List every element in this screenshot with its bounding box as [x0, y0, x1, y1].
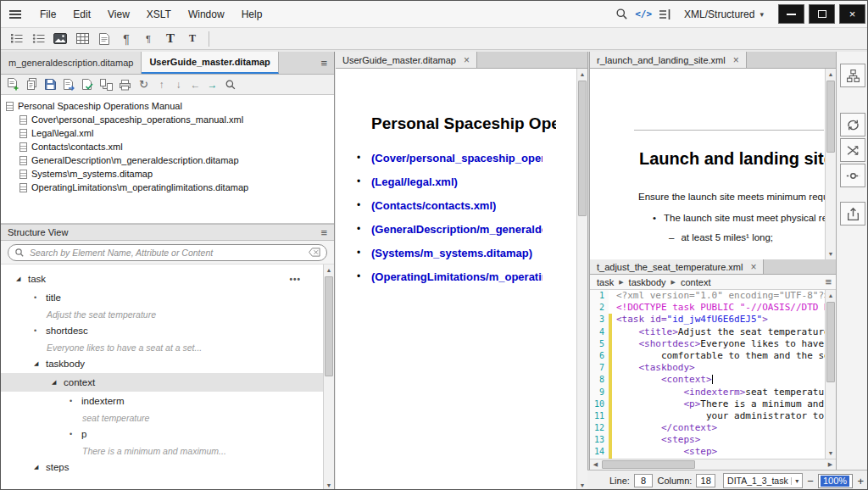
refresh-icon[interactable]: ↻ — [136, 76, 152, 92]
tab-adjust-seat-temperature[interactable]: t_adjust_the_seat_temperature.xml × — [590, 259, 764, 274]
topic-document[interactable]: Launch and landing site Ensure the launc… — [590, 69, 836, 259]
menu-window[interactable]: Window — [180, 1, 233, 27]
topicref-link[interactable]: (Legal/legal.xml) — [371, 175, 458, 188]
topicref-link[interactable]: (Contacts/contacts.xml) — [371, 199, 496, 212]
scrollbar-thumb[interactable] — [826, 302, 835, 382]
code-line[interactable]: 5 <shortdesc>Everyone likes to have a se… — [590, 338, 825, 350]
minimize-button[interactable] — [778, 4, 804, 24]
structure-element-node[interactable]: •p — [1, 425, 323, 443]
clear-search-icon[interactable] — [309, 248, 320, 257]
export-topic-icon[interactable] — [61, 76, 77, 92]
scrollbar-thumb[interactable] — [602, 460, 695, 469]
tab-userguide-master[interactable]: UserGuide_master.ditamap — [142, 52, 278, 74]
find-in-map-icon[interactable] — [222, 76, 238, 92]
node-menu-icon[interactable]: ••• — [289, 275, 301, 284]
hamburger-menu-icon[interactable] — [9, 14, 21, 15]
map-tree-item[interactable]: GeneralDescription\m_generaldescription.… — [1, 153, 334, 167]
zoom-in-button[interactable]: + — [857, 475, 864, 487]
copy-topic-icon[interactable] — [24, 76, 40, 92]
insert-table-icon[interactable] — [72, 30, 92, 48]
character-format-icon[interactable]: T — [182, 30, 203, 48]
close-button[interactable]: × — [839, 4, 865, 24]
code-line[interactable]: 14 <step> — [590, 446, 825, 458]
structure-element-node[interactable]: •title — [1, 288, 323, 307]
panel-menu-icon[interactable]: ≡ — [314, 52, 334, 74]
panel-layout-icon[interactable] — [655, 4, 676, 25]
validate-icon[interactable] — [80, 76, 96, 92]
workspace-selector[interactable]: XML/Structured ▾ — [676, 8, 774, 20]
scrollbar-thumb[interactable] — [578, 81, 587, 216]
numbered-list-icon[interactable] — [6, 30, 26, 48]
code-line[interactable]: 12 </context> — [590, 422, 825, 434]
sync-views-button[interactable] — [840, 113, 865, 136]
source-editor[interactable]: 1<?xml version="1.0" encoding="UTF-8"?>2… — [590, 290, 836, 459]
code-line[interactable]: 6 comfortable to them and the seat tempe… — [590, 350, 825, 362]
maximize-button[interactable] — [809, 4, 835, 24]
map-editor-scrollbar[interactable]: ▲ ▼ — [576, 69, 587, 490]
scroll-down-icon[interactable]: ▼ — [826, 248, 836, 259]
search-icon[interactable] — [611, 4, 632, 25]
structure-search-input[interactable]: Search by Element Name, Attribute or Con… — [8, 244, 327, 261]
line-number-input[interactable]: 8 — [634, 474, 654, 487]
structure-element-node[interactable]: •indexterm — [1, 392, 323, 410]
insert-image-icon[interactable] — [50, 30, 70, 48]
column-number-input[interactable]: 18 — [696, 474, 715, 487]
code-line[interactable]: 1<?xml version="1.0" encoding="UTF-8"?> — [590, 290, 825, 302]
topicref-link[interactable]: (Systems/m_systems.ditamap) — [371, 247, 532, 259]
doctype-selector[interactable]: DITA_1_3_task ▾ — [723, 473, 803, 488]
cross-reference-button[interactable] — [840, 138, 865, 162]
structure-element-node[interactable]: •shortdesc — [1, 321, 323, 340]
scroll-left-icon[interactable]: ◀ — [590, 459, 601, 470]
structure-panel-menu-icon[interactable]: ≡ — [314, 226, 334, 239]
code-line[interactable]: 11 your administrator to establish — [590, 410, 825, 422]
scroll-up-icon[interactable]: ▲ — [324, 264, 334, 276]
show-paragraph-marks-icon[interactable]: ¶ — [116, 30, 136, 48]
structure-element-node[interactable]: ◢context — [1, 373, 323, 392]
menu-edit[interactable]: Edit — [64, 1, 99, 27]
scrollbar-thumb[interactable] — [826, 81, 835, 153]
expander-icon[interactable]: ◢ — [34, 360, 46, 367]
close-tab-icon[interactable]: × — [464, 54, 470, 66]
code-line[interactable]: 3<task id="id_jw4fU6E6dEJ5"> — [590, 314, 825, 326]
code-view-icon[interactable]: </> — [632, 4, 655, 25]
topic-preview-scrollbar[interactable]: ▲ ▼ — [825, 69, 836, 259]
menu-xslt[interactable]: XSLT — [138, 1, 180, 27]
close-tab-icon[interactable]: × — [733, 54, 739, 66]
map-root-item[interactable]: Personal Spaceship Operations Manual — [1, 99, 334, 113]
topicref-link[interactable]: (GeneralDescription/m_generaldescription… — [371, 223, 542, 236]
expander-icon[interactable]: ◢ — [52, 379, 64, 386]
scroll-up-icon[interactable]: ▲ — [826, 69, 836, 80]
inline-element-button[interactable] — [840, 164, 865, 187]
code-line[interactable]: 10 <p>There is a minimum and maximum — [590, 398, 825, 410]
menu-help[interactable]: Help — [233, 1, 271, 27]
paragraph-format-icon[interactable]: ¶ — [138, 30, 159, 48]
map-document[interactable]: Personal Spaceship Operations Manual •(C… — [336, 69, 587, 490]
code-line[interactable]: 4 <title>Adjust the seat temperature</ti… — [590, 326, 825, 338]
scroll-up-icon[interactable]: ▲ — [577, 69, 587, 80]
map-tree-item[interactable]: OperatingLimitations\m_operatinglimitati… — [1, 181, 334, 194]
scroll-up-icon[interactable]: ▲ — [826, 290, 836, 301]
source-scrollbar[interactable]: ▲ ▼ — [825, 290, 836, 459]
expander-icon[interactable]: ◢ — [16, 276, 28, 282]
tab-userguide-master-editor[interactable]: UserGuide_master.ditamap × — [336, 52, 477, 68]
topicref-link[interactable]: (Cover/personal_spaceship_operations_man… — [371, 152, 542, 164]
code-line[interactable]: 7 <taskbody> — [590, 362, 825, 374]
save-icon[interactable] — [42, 76, 58, 92]
scroll-down-icon[interactable]: ▼ — [577, 480, 587, 490]
structure-scrollbar[interactable]: ▲ ▼ — [323, 264, 334, 490]
zoom-out-button[interactable]: − — [807, 475, 814, 487]
zoom-input[interactable]: 100% — [818, 474, 853, 488]
scroll-down-icon[interactable]: ▼ — [826, 448, 836, 459]
scroll-down-icon[interactable]: ▼ — [324, 480, 334, 490]
code-line[interactable]: 8 <context> — [590, 374, 825, 386]
structure-element-node[interactable]: ◢steps — [1, 458, 323, 476]
breadcrumb-item[interactable]: task — [597, 277, 614, 287]
source-panel-menu-icon[interactable]: ≡ — [818, 276, 836, 288]
tab-launch-and-landing-site[interactable]: r_launch_and_landing_site.xml × — [590, 52, 747, 68]
breadcrumb-item[interactable]: taskbody — [629, 277, 666, 287]
move-down-icon[interactable]: ↓ — [171, 79, 186, 91]
scroll-right-icon[interactable]: ▶ — [825, 459, 836, 470]
map-tree-item[interactable]: Systems\m_systems.ditamap — [1, 167, 334, 181]
tab-m-generaldescription[interactable]: m_generaldescription.ditamap — [1, 52, 142, 74]
print-icon[interactable] — [117, 76, 133, 92]
